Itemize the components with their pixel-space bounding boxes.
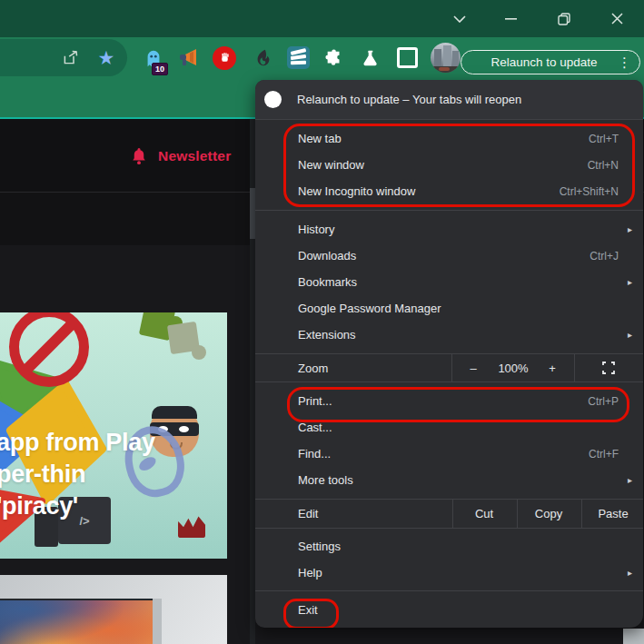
submenu-arrow-icon: ▸ xyxy=(623,277,632,287)
relaunch-to-update-button[interactable]: Relaunch to update ⋮ xyxy=(461,50,640,74)
profile-avatar[interactable] xyxy=(429,39,461,76)
article-thumbnail-tv[interactable] xyxy=(0,575,227,644)
cut-button[interactable]: Cut xyxy=(475,507,493,520)
menu-item-label: Settings xyxy=(298,540,632,553)
relaunch-label: Relaunch to update xyxy=(461,55,618,69)
menu-item-cast[interactable]: Cast... xyxy=(255,414,643,441)
flask-extension-icon[interactable] xyxy=(354,39,387,76)
menu-item-new-window[interactable]: New window Ctrl+N xyxy=(255,152,643,178)
menu-item-shortcut: Ctrl+T xyxy=(589,133,619,145)
menu-item-exit[interactable]: Exit xyxy=(255,597,643,623)
flame-extension-icon[interactable] xyxy=(247,39,280,76)
restore-button[interactable] xyxy=(543,0,585,37)
menu-item-label: New Incognito window xyxy=(298,184,560,198)
submenu-arrow-icon: ▸ xyxy=(623,568,632,578)
menu-header-relaunch[interactable]: Relaunch to update – Your tabs will reop… xyxy=(255,80,643,119)
minimize-button[interactable] xyxy=(490,0,531,37)
menu-item-label: Downloads xyxy=(298,249,590,263)
window-titlebar xyxy=(0,0,644,37)
article-thumbnail-play-store[interactable]: /> app from Play per-thin 'piracy' xyxy=(0,312,227,559)
zoom-out-button[interactable]: – xyxy=(470,362,476,375)
share-icon[interactable] xyxy=(54,39,86,76)
menu-section-new: New tab Ctrl+T New window Ctrl+N New Inc… xyxy=(255,120,643,210)
menu-item-label: New tab xyxy=(298,132,589,145)
menu-section-exit: Exit xyxy=(255,591,643,628)
divider xyxy=(574,354,575,381)
zoom-value: 100% xyxy=(498,362,528,375)
menu-item-label: Exit xyxy=(298,603,632,617)
menu-section-settings: Settings Help ▸ xyxy=(255,529,643,590)
menu-item-label: Print... xyxy=(298,394,588,408)
headline-line-3: 'piracy' xyxy=(0,490,155,522)
menu-item-new-tab[interactable]: New tab Ctrl+T xyxy=(255,125,643,152)
menu-item-downloads[interactable]: Downloads Ctrl+J xyxy=(255,243,643,269)
menu-item-settings[interactable]: Settings xyxy=(255,533,643,560)
menu-item-new-incognito-window[interactable]: New Incognito window Ctrl+Shift+N xyxy=(255,178,643,204)
submenu-arrow-icon: ▸ xyxy=(623,224,632,234)
divider xyxy=(517,500,518,528)
update-status-icon xyxy=(264,91,282,108)
newsletter-bell-icon[interactable] xyxy=(131,147,147,169)
menu-item-label: Bookmarks xyxy=(298,275,623,289)
teal-book-extension-icon[interactable] xyxy=(282,39,314,76)
menu-item-shortcut: Ctrl+J xyxy=(590,250,619,263)
menu-item-label: Cast... xyxy=(298,421,632,434)
divider xyxy=(581,500,582,528)
page-content-corner xyxy=(623,629,644,644)
menu-item-label: New window xyxy=(298,158,588,172)
article-headline: app from Play per-thin 'piracy' xyxy=(0,427,155,522)
menu-kebab-icon[interactable]: ⋮ xyxy=(618,55,639,69)
chrome-app-menu: Relaunch to update – Your tabs will reop… xyxy=(255,80,643,628)
menu-item-shortcut: Ctrl+P xyxy=(588,395,619,408)
menu-item-label: Extensions xyxy=(298,328,623,342)
menu-item-extensions[interactable]: Extensions ▸ xyxy=(255,322,643,348)
copy-button[interactable]: Copy xyxy=(535,507,562,520)
menu-item-label: Find... xyxy=(298,447,589,461)
menu-item-label: Google Password Manager xyxy=(298,302,632,315)
tv-side-art xyxy=(153,599,162,644)
headline-line-2: per-thin xyxy=(0,459,155,490)
menu-item-find[interactable]: Find... Ctrl+F xyxy=(255,441,643,467)
submenu-arrow-icon: ▸ xyxy=(623,330,632,340)
megaphone-extension-icon[interactable] xyxy=(172,39,204,76)
close-button[interactable] xyxy=(596,0,638,37)
menu-item-shortcut: Ctrl+F xyxy=(589,448,619,461)
menu-item-shortcut: Ctrl+Shift+N xyxy=(560,185,619,198)
paste-button[interactable]: Paste xyxy=(598,507,628,520)
menu-item-print[interactable]: Print... Ctrl+P xyxy=(255,388,643,414)
hand-blocker-extension-icon[interactable] xyxy=(208,39,241,76)
ghost-extension-icon[interactable]: 10 xyxy=(137,39,170,76)
fullscreen-icon[interactable] xyxy=(602,362,615,378)
extension-badge: 10 xyxy=(152,63,168,75)
extensions-puzzle-icon[interactable] xyxy=(318,39,351,76)
menu-item-more-tools[interactable]: More tools ▸ xyxy=(255,467,643,493)
side-panel-extension-icon[interactable] xyxy=(391,39,423,76)
headline-line-1: app from Play xyxy=(0,427,155,459)
zoom-in-button[interactable]: + xyxy=(549,362,556,375)
menu-item-shortcut: Ctrl+N xyxy=(588,159,619,172)
divider xyxy=(452,500,453,528)
menu-item-label: History xyxy=(298,223,623,236)
divider xyxy=(451,354,452,381)
window-menu-chevron-icon[interactable] xyxy=(439,0,481,37)
newsletter-link[interactable]: Newsletter xyxy=(158,148,231,164)
menu-item-help[interactable]: Help ▸ xyxy=(255,560,643,586)
menu-item-label: More tools xyxy=(298,473,623,487)
bookmark-star-icon[interactable]: ★ xyxy=(90,39,123,76)
menu-item-history[interactable]: History ▸ xyxy=(255,216,643,243)
menu-item-google-password-manager[interactable]: Google Password Manager xyxy=(255,295,643,322)
menu-item-edit: Edit Cut Copy Paste xyxy=(255,500,643,528)
submenu-arrow-icon: ▸ xyxy=(623,475,632,485)
menu-header-text: Relaunch to update – Your tabs will reop… xyxy=(297,93,521,106)
menu-item-zoom: Zoom – 100% + xyxy=(255,354,643,381)
zoom-label: Zoom xyxy=(298,362,328,375)
tv-art xyxy=(0,599,154,644)
menu-item-label: Help xyxy=(298,566,623,580)
menu-section-library: History ▸ Downloads Ctrl+J Bookmarks ▸ G… xyxy=(255,211,643,353)
edit-label: Edit xyxy=(298,507,318,520)
menu-section-actions: Print... Ctrl+P Cast... Find... Ctrl+F M… xyxy=(255,382,643,499)
menu-item-bookmarks[interactable]: Bookmarks ▸ xyxy=(255,269,643,295)
